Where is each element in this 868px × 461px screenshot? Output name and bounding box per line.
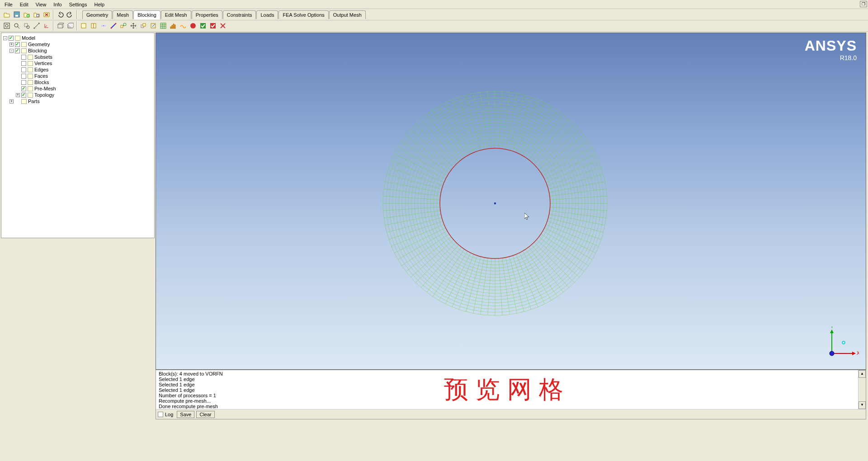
tree-label: Subsets <box>34 54 52 60</box>
tree-node-subsets[interactable]: Subsets <box>3 54 152 60</box>
checkbox-icon[interactable] <box>21 67 26 72</box>
item-icon <box>28 80 33 85</box>
log-checkbox[interactable] <box>158 412 163 417</box>
fit-icon[interactable] <box>2 21 11 30</box>
merge-vertices-icon[interactable] <box>99 21 108 30</box>
checkbox-icon[interactable] <box>21 80 26 85</box>
wireframe-icon[interactable] <box>56 21 65 30</box>
delete-block-icon[interactable] <box>218 21 227 30</box>
tree-label: Model <box>22 35 35 41</box>
block-checks-green-icon[interactable] <box>198 21 208 30</box>
expand-icon[interactable]: + <box>16 93 20 97</box>
svg-point-147 <box>830 351 834 356</box>
open-project-icon[interactable] <box>22 10 31 19</box>
tree-label: Parts <box>28 99 40 104</box>
tree-node-model[interactable]: - Model <box>3 35 152 41</box>
tree-node-edges[interactable]: Edges <box>3 66 152 73</box>
measure-icon[interactable] <box>32 21 41 30</box>
svg-point-6 <box>14 24 18 27</box>
tab-output-mesh[interactable]: Output Mesh <box>329 10 366 19</box>
checkbox-icon[interactable] <box>21 55 26 60</box>
expand-icon[interactable]: + <box>9 42 14 47</box>
save-icon[interactable] <box>12 10 21 19</box>
svg-rect-20 <box>143 24 146 26</box>
svg-point-14 <box>104 25 106 27</box>
axis-triad: X Y <box>823 326 859 362</box>
tree-node-parts[interactable]: + Parts <box>3 98 152 104</box>
menu-help[interactable]: Help <box>90 1 108 8</box>
item-icon <box>28 55 33 60</box>
viewport-container: ANSYS R18.0 X Y <box>156 33 866 419</box>
block-checks-red2-icon[interactable] <box>208 21 217 30</box>
checkbox-icon[interactable] <box>15 48 20 53</box>
tab-blocking[interactable]: Blocking <box>133 10 160 19</box>
checkbox-icon[interactable] <box>21 61 26 66</box>
tree-node-premesh[interactable]: Pre-Mesh <box>3 85 152 92</box>
tab-geometry[interactable]: Geometry <box>82 10 112 19</box>
main-tabs: Geometry Mesh Blocking Edit Mesh Propert… <box>82 10 366 19</box>
checkbox-icon[interactable] <box>21 86 26 91</box>
clear-log-button[interactable]: Clear <box>196 411 214 418</box>
block-checks-red-icon[interactable] <box>189 21 198 30</box>
shaded-icon[interactable] <box>66 21 75 30</box>
move-vertex-icon[interactable] <box>129 21 138 30</box>
localcs-icon[interactable] <box>42 21 51 30</box>
create-block-icon[interactable] <box>79 21 88 30</box>
zoom-icon[interactable] <box>12 21 21 30</box>
tree-node-blocks[interactable]: Blocks <box>3 79 152 85</box>
tab-fea-solve[interactable]: FEA Solve Options <box>278 10 328 19</box>
menu-file[interactable]: File <box>1 1 16 8</box>
menu-settings[interactable]: Settings <box>66 1 91 8</box>
tree-panel-container: - Model + Geometry - Blocking <box>0 32 156 420</box>
collapse-icon[interactable]: - <box>3 36 7 40</box>
menu-info[interactable]: Info <box>50 1 65 8</box>
save-log-button[interactable]: Save <box>177 411 194 418</box>
tree-label: Vertices <box>34 61 52 66</box>
tree-node-faces[interactable]: Faces <box>3 73 152 79</box>
log-scrollbar[interactable]: ▲ ▼ <box>858 370 866 409</box>
tab-loads[interactable]: Loads <box>256 10 278 19</box>
window-restore-icon[interactable]: ❐ <box>860 1 867 7</box>
tab-edit-mesh[interactable]: Edit Mesh <box>161 10 191 19</box>
geometry-folder-icon[interactable] <box>32 10 41 19</box>
tree-node-geometry[interactable]: + Geometry <box>3 41 152 47</box>
premesh-smooth-icon[interactable] <box>179 21 188 30</box>
checkbox-icon[interactable] <box>15 42 20 47</box>
scroll-up-icon[interactable]: ▲ <box>859 370 866 378</box>
log-text-area[interactable]: Block(s): 4 moved to VORFN Selected 1 ed… <box>156 370 858 409</box>
tab-constraints[interactable]: Constraints <box>223 10 256 19</box>
tree-node-topology[interactable]: + Topology <box>3 92 152 98</box>
associate-icon[interactable] <box>119 21 128 30</box>
svg-point-148 <box>842 341 845 344</box>
expand-icon[interactable]: + <box>9 99 14 103</box>
checkbox-icon[interactable] <box>21 93 26 98</box>
split-block-icon[interactable] <box>89 21 98 30</box>
svg-text:X: X <box>857 351 859 356</box>
toolbar-row-1: Geometry Mesh Blocking Edit Mesh Propert… <box>0 9 868 20</box>
collapse-icon[interactable]: - <box>9 49 14 53</box>
close-all-icon[interactable] <box>42 10 51 19</box>
tree-node-blocking[interactable]: - Blocking <box>3 47 152 54</box>
premesh-quality-icon[interactable] <box>169 21 178 30</box>
menu-view[interactable]: View <box>32 1 50 8</box>
undo-icon[interactable] <box>56 10 65 19</box>
tab-properties[interactable]: Properties <box>192 10 222 19</box>
open-icon[interactable] <box>2 10 11 19</box>
model-tree[interactable]: - Model + Geometry - Blocking <box>1 33 155 238</box>
redo-icon[interactable] <box>66 10 75 19</box>
checkbox-icon[interactable] <box>21 74 26 79</box>
scroll-down-icon[interactable]: ▼ <box>859 401 866 409</box>
edit-block-icon[interactable] <box>149 21 158 30</box>
tree-node-vertices[interactable]: Vertices <box>3 60 152 66</box>
edit-edge-icon[interactable] <box>109 21 118 30</box>
transform-icon[interactable] <box>139 21 148 30</box>
scroll-track[interactable] <box>859 378 866 401</box>
item-icon <box>28 61 33 66</box>
box-zoom-icon[interactable] <box>22 21 31 30</box>
graphics-viewport[interactable]: ANSYS R18.0 X Y <box>156 33 866 370</box>
premesh-params-icon[interactable] <box>159 21 168 30</box>
checkbox-icon[interactable] <box>9 36 14 41</box>
tab-mesh[interactable]: Mesh <box>113 10 133 19</box>
menu-edit[interactable]: Edit <box>16 1 32 8</box>
log-panel: Block(s): 4 moved to VORFN Selected 1 ed… <box>156 370 866 419</box>
